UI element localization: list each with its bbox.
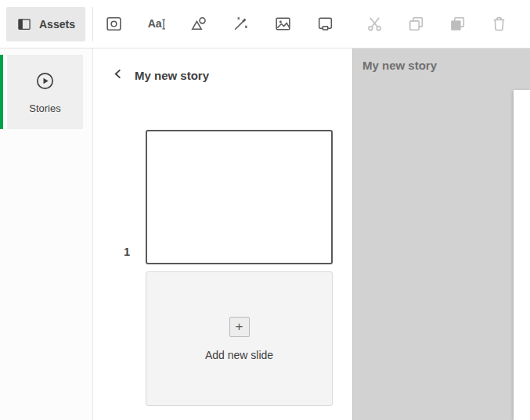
plus-icon: + bbox=[229, 317, 250, 337]
paste-icon bbox=[448, 14, 467, 34]
slide-list: 1 + Add new slide bbox=[93, 130, 352, 406]
cut-button[interactable] bbox=[354, 7, 395, 41]
cut-icon bbox=[365, 14, 384, 34]
media-library-icon bbox=[273, 14, 293, 34]
top-toolbar: Assets Aa bbox=[0, 0, 530, 48]
slide-thumbnail[interactable] bbox=[146, 130, 333, 264]
stories-play-circle-icon bbox=[34, 70, 56, 95]
shapes-library-icon bbox=[189, 14, 208, 34]
paste-button[interactable] bbox=[437, 7, 478, 41]
assets-panel-icon bbox=[16, 16, 32, 32]
copy-button[interactable] bbox=[395, 7, 437, 41]
text-object-icon: Aa bbox=[146, 14, 167, 34]
sidebar-item-stories[interactable]: Stories bbox=[7, 55, 83, 129]
snapshot-library-icon bbox=[104, 14, 124, 34]
snapshot-library-button[interactable] bbox=[93, 7, 135, 41]
add-new-slide-button[interactable]: + Add new slide bbox=[146, 271, 333, 406]
back-button[interactable] bbox=[112, 69, 124, 81]
effects-library-button[interactable] bbox=[220, 7, 262, 41]
chevron-left-icon bbox=[113, 68, 124, 82]
stories-active-indicator bbox=[0, 55, 3, 129]
svg-text:Aa: Aa bbox=[148, 17, 162, 30]
delete-button[interactable] bbox=[478, 7, 520, 41]
story-tools-group: Aa bbox=[93, 7, 347, 41]
media-library-button[interactable] bbox=[262, 7, 305, 41]
left-sidebar: Stories bbox=[0, 48, 93, 420]
canvas-story-title: My new story bbox=[362, 59, 437, 72]
sidebar-item-stories-label: Stories bbox=[29, 102, 60, 114]
app-window: Assets Aa bbox=[0, 0, 530, 420]
delete-icon bbox=[489, 14, 509, 34]
slide-navigator-panel: My new story 1 + Add new slide bbox=[93, 48, 353, 420]
story-title: My new story bbox=[135, 69, 209, 82]
assets-button-label: Assets bbox=[39, 18, 75, 31]
embed-sheet-button[interactable] bbox=[305, 7, 347, 41]
add-new-slide-label: Add new slide bbox=[205, 349, 273, 361]
main-area: Stories My new story 1 bbox=[0, 48, 530, 420]
edit-actions-group bbox=[354, 7, 520, 41]
shapes-library-button[interactable] bbox=[178, 7, 220, 41]
effects-library-icon bbox=[231, 14, 251, 34]
slide-row: 1 bbox=[93, 130, 352, 264]
assets-button[interactable]: Assets bbox=[6, 7, 85, 41]
slide-panel-header: My new story bbox=[93, 64, 352, 86]
slide-canvas[interactable] bbox=[514, 90, 530, 420]
copy-icon bbox=[406, 14, 426, 34]
story-canvas-panel: My new story bbox=[353, 48, 530, 420]
slide-number: 1 bbox=[93, 130, 146, 264]
text-object-button[interactable]: Aa bbox=[135, 7, 178, 41]
embed-sheet-icon bbox=[315, 14, 335, 34]
